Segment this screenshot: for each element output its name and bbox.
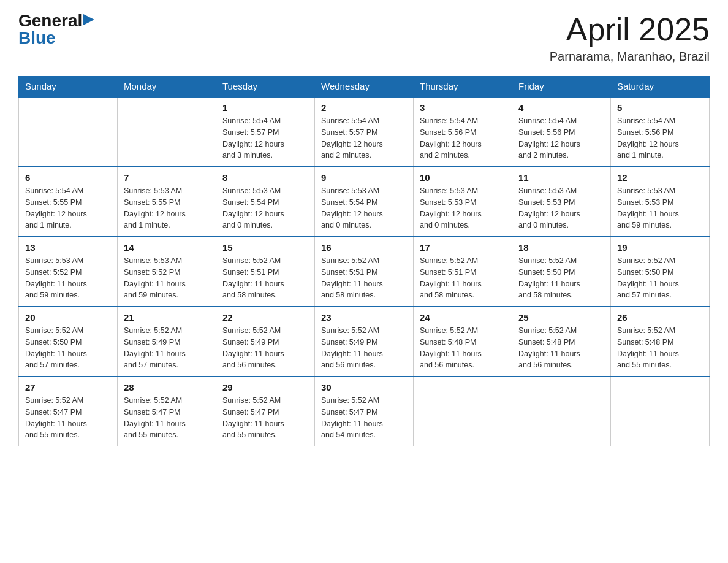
day-info: Sunrise: 5:53 AMSunset: 5:55 PMDaylight:… [124, 185, 210, 231]
calendar-cell: 11Sunrise: 5:53 AMSunset: 5:53 PMDayligh… [512, 167, 611, 237]
day-info: Sunrise: 5:54 AMSunset: 5:55 PMDaylight:… [25, 185, 111, 231]
calendar-cell: 14Sunrise: 5:53 AMSunset: 5:52 PMDayligh… [118, 237, 216, 307]
day-number: 19 [617, 242, 703, 253]
calendar-cell [118, 97, 216, 167]
calendar-cell: 3Sunrise: 5:54 AMSunset: 5:56 PMDaylight… [414, 97, 512, 167]
calendar-cell: 9Sunrise: 5:53 AMSunset: 5:54 PMDaylight… [315, 167, 414, 237]
calendar-cell: 17Sunrise: 5:52 AMSunset: 5:51 PMDayligh… [414, 237, 512, 307]
day-info: Sunrise: 5:52 AMSunset: 5:50 PMDaylight:… [25, 325, 111, 371]
day-info: Sunrise: 5:52 AMSunset: 5:50 PMDaylight:… [617, 255, 703, 301]
calendar-cell: 18Sunrise: 5:52 AMSunset: 5:50 PMDayligh… [512, 237, 611, 307]
day-number: 18 [518, 242, 604, 253]
column-header-monday: Monday [118, 76, 216, 97]
day-number: 5 [617, 102, 703, 113]
day-number: 8 [222, 172, 308, 183]
day-info: Sunrise: 5:52 AMSunset: 5:47 PMDaylight:… [25, 395, 111, 441]
calendar-cell: 27Sunrise: 5:52 AMSunset: 5:47 PMDayligh… [19, 377, 118, 446]
calendar-week-1: 1Sunrise: 5:54 AMSunset: 5:57 PMDaylight… [19, 97, 710, 167]
logo-general-text: General [18, 12, 82, 29]
day-number: 26 [617, 312, 703, 323]
day-info: Sunrise: 5:54 AMSunset: 5:56 PMDaylight:… [518, 115, 604, 161]
calendar-week-3: 13Sunrise: 5:53 AMSunset: 5:52 PMDayligh… [19, 237, 710, 307]
day-info: Sunrise: 5:52 AMSunset: 5:51 PMDaylight:… [222, 255, 308, 301]
day-number: 9 [321, 172, 407, 183]
day-info: Sunrise: 5:53 AMSunset: 5:52 PMDaylight:… [124, 255, 210, 301]
day-number: 13 [25, 242, 111, 253]
calendar-cell: 21Sunrise: 5:52 AMSunset: 5:49 PMDayligh… [118, 307, 216, 377]
day-number: 24 [420, 312, 506, 323]
calendar-cell: 19Sunrise: 5:52 AMSunset: 5:50 PMDayligh… [611, 237, 710, 307]
calendar-cell [611, 377, 710, 446]
calendar-cell: 15Sunrise: 5:52 AMSunset: 5:51 PMDayligh… [216, 237, 315, 307]
day-number: 22 [222, 312, 308, 323]
day-number: 2 [321, 102, 407, 113]
day-info: Sunrise: 5:52 AMSunset: 5:49 PMDaylight:… [321, 325, 407, 371]
day-number: 1 [222, 102, 308, 113]
calendar-cell: 16Sunrise: 5:52 AMSunset: 5:51 PMDayligh… [315, 237, 414, 307]
day-info: Sunrise: 5:52 AMSunset: 5:49 PMDaylight:… [124, 325, 210, 371]
day-info: Sunrise: 5:53 AMSunset: 5:53 PMDaylight:… [518, 185, 604, 231]
day-number: 28 [124, 382, 210, 393]
day-info: Sunrise: 5:54 AMSunset: 5:57 PMDaylight:… [222, 115, 308, 161]
day-number: 23 [321, 312, 407, 323]
day-number: 14 [124, 242, 210, 253]
day-info: Sunrise: 5:53 AMSunset: 5:52 PMDaylight:… [25, 255, 111, 301]
calendar-cell: 7Sunrise: 5:53 AMSunset: 5:55 PMDaylight… [118, 167, 216, 237]
day-info: Sunrise: 5:54 AMSunset: 5:56 PMDaylight:… [617, 115, 703, 161]
day-info: Sunrise: 5:53 AMSunset: 5:54 PMDaylight:… [321, 185, 407, 231]
logo-blue-text: Blue [18, 29, 56, 47]
logo: General Blue [18, 12, 94, 47]
day-number: 4 [518, 102, 604, 113]
calendar-cell: 6Sunrise: 5:54 AMSunset: 5:55 PMDaylight… [19, 167, 118, 237]
calendar-cell: 29Sunrise: 5:52 AMSunset: 5:47 PMDayligh… [216, 377, 315, 446]
day-number: 27 [25, 382, 111, 393]
day-number: 20 [25, 312, 111, 323]
calendar-cell [19, 97, 118, 167]
calendar-week-5: 27Sunrise: 5:52 AMSunset: 5:47 PMDayligh… [19, 377, 710, 446]
column-header-friday: Friday [512, 76, 611, 97]
day-number: 15 [222, 242, 308, 253]
calendar-cell: 23Sunrise: 5:52 AMSunset: 5:49 PMDayligh… [315, 307, 414, 377]
day-info: Sunrise: 5:53 AMSunset: 5:54 PMDaylight:… [222, 185, 308, 231]
day-info: Sunrise: 5:53 AMSunset: 5:53 PMDaylight:… [617, 185, 703, 231]
column-header-thursday: Thursday [414, 76, 512, 97]
calendar-cell: 5Sunrise: 5:54 AMSunset: 5:56 PMDaylight… [611, 97, 710, 167]
month-title: April 2025 [550, 12, 710, 47]
calendar-week-2: 6Sunrise: 5:54 AMSunset: 5:55 PMDaylight… [19, 167, 710, 237]
day-info: Sunrise: 5:52 AMSunset: 5:50 PMDaylight:… [518, 255, 604, 301]
day-info: Sunrise: 5:52 AMSunset: 5:47 PMDaylight:… [222, 395, 308, 441]
column-header-sunday: Sunday [19, 76, 118, 97]
day-info: Sunrise: 5:52 AMSunset: 5:48 PMDaylight:… [617, 325, 703, 371]
calendar-cell: 24Sunrise: 5:52 AMSunset: 5:48 PMDayligh… [414, 307, 512, 377]
calendar-table: SundayMondayTuesdayWednesdayThursdayFrid… [18, 76, 710, 446]
calendar-cell: 10Sunrise: 5:53 AMSunset: 5:53 PMDayligh… [414, 167, 512, 237]
day-number: 16 [321, 242, 407, 253]
day-info: Sunrise: 5:52 AMSunset: 5:49 PMDaylight:… [222, 325, 308, 371]
day-number: 10 [420, 172, 506, 183]
svg-marker-0 [83, 14, 94, 25]
calendar-cell: 4Sunrise: 5:54 AMSunset: 5:56 PMDaylight… [512, 97, 611, 167]
day-number: 12 [617, 172, 703, 183]
location-title: Parnarama, Maranhao, Brazil [550, 50, 710, 64]
day-number: 29 [222, 382, 308, 393]
day-number: 30 [321, 382, 407, 393]
day-number: 7 [124, 172, 210, 183]
calendar-cell: 1Sunrise: 5:54 AMSunset: 5:57 PMDaylight… [216, 97, 315, 167]
day-number: 17 [420, 242, 506, 253]
calendar-cell: 20Sunrise: 5:52 AMSunset: 5:50 PMDayligh… [19, 307, 118, 377]
day-number: 11 [518, 172, 604, 183]
calendar-cell [414, 377, 512, 446]
day-number: 6 [25, 172, 111, 183]
day-info: Sunrise: 5:54 AMSunset: 5:57 PMDaylight:… [321, 115, 407, 161]
column-header-tuesday: Tuesday [216, 76, 315, 97]
calendar-cell: 8Sunrise: 5:53 AMSunset: 5:54 PMDaylight… [216, 167, 315, 237]
calendar-cell: 30Sunrise: 5:52 AMSunset: 5:47 PMDayligh… [315, 377, 414, 446]
logo-triangle-icon [83, 14, 94, 25]
calendar-cell: 25Sunrise: 5:52 AMSunset: 5:48 PMDayligh… [512, 307, 611, 377]
column-header-saturday: Saturday [611, 76, 710, 97]
day-number: 3 [420, 102, 506, 113]
page-header: General Blue April 2025 Parnarama, Maran… [18, 12, 710, 64]
calendar-week-4: 20Sunrise: 5:52 AMSunset: 5:50 PMDayligh… [19, 307, 710, 377]
day-info: Sunrise: 5:52 AMSunset: 5:47 PMDaylight:… [321, 395, 407, 441]
calendar-cell: 12Sunrise: 5:53 AMSunset: 5:53 PMDayligh… [611, 167, 710, 237]
